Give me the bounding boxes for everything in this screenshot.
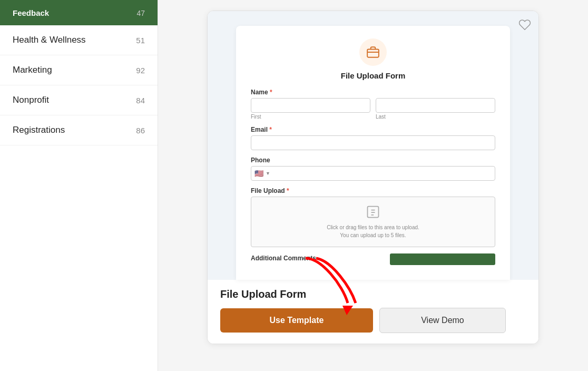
sidebar-top-item[interactable]: Feedback 47 — [0, 0, 158, 25]
file-upload-area[interactable]: Click or drag files to this area to uplo… — [251, 197, 495, 247]
form-icon-circle — [359, 38, 387, 66]
card-bottom: File Upload Form Use Template View Demo — [208, 280, 538, 344]
sidebar-top-count: 47 — [136, 9, 145, 17]
use-template-button[interactable]: Use Template — [220, 308, 373, 333]
sidebar-item-registrations[interactable]: Registrations 86 — [0, 115, 158, 145]
email-input[interactable] — [251, 135, 495, 150]
last-label: Last — [376, 114, 495, 120]
first-label: First — [251, 114, 370, 120]
form-field-phone: Phone 🇺🇸 ▼ — [251, 157, 495, 181]
sidebar-item-nonprofit-count: 84 — [136, 96, 145, 105]
svg-rect-3 — [368, 207, 379, 218]
green-bar — [390, 253, 495, 265]
upload-text-2: You can upload up to 5 files. — [340, 231, 406, 239]
form-label-phone: Phone — [251, 157, 495, 164]
template-card: File Upload Form Name * First Last — [207, 11, 539, 344]
sidebar-item-health-wellness-label: Health & Wellness — [13, 35, 86, 45]
template-name: File Upload Form — [220, 288, 526, 300]
form-preview-title: File Upload Form — [251, 71, 495, 80]
sidebar-item-health-wellness-count: 51 — [136, 36, 145, 45]
form-field-name: Name * First Last — [251, 89, 495, 120]
flag-icon: 🇺🇸 — [254, 169, 263, 178]
sidebar-item-marketing-label: Marketing — [13, 65, 52, 75]
sidebar-item-marketing-count: 92 — [136, 66, 145, 75]
upload-text-1: Click or drag files to this area to uplo… — [327, 223, 419, 231]
sidebar-item-registrations-label: Registrations — [13, 125, 65, 135]
form-label-upload: File Upload * — [251, 187, 495, 194]
favorite-button[interactable] — [518, 18, 531, 33]
phone-dropdown-caret: ▼ — [266, 171, 270, 176]
name-last-input[interactable] — [376, 98, 495, 113]
form-col-first: First — [251, 98, 370, 120]
form-label-email: Email * — [251, 126, 495, 133]
svg-rect-0 — [367, 50, 379, 57]
view-demo-button[interactable]: View Demo — [379, 308, 506, 333]
sidebar-top-label: Feedback — [13, 8, 49, 17]
sidebar-item-health-wellness[interactable]: Health & Wellness 51 — [0, 25, 158, 55]
form-double-name: First Last — [251, 98, 495, 120]
phone-input[interactable]: 🇺🇸 ▼ — [251, 166, 495, 181]
sidebar-item-marketing[interactable]: Marketing 92 — [0, 55, 158, 85]
form-label-name: Name * — [251, 89, 495, 96]
sidebar-item-nonprofit[interactable]: Nonprofit 84 — [0, 85, 158, 115]
form-field-upload: File Upload * Click or drag files to thi… — [251, 187, 495, 247]
main-content: File Upload Form Name * First Last — [158, 0, 588, 371]
form-icon-wrap — [251, 38, 495, 66]
card-actions: Use Template View Demo — [220, 308, 526, 333]
name-first-input[interactable] — [251, 98, 370, 113]
form-inner: File Upload Form Name * First Last — [236, 26, 510, 280]
required-indicator-upload: * — [287, 187, 289, 194]
form-field-email: Email * — [251, 126, 495, 150]
upload-icon — [366, 204, 380, 221]
sidebar: Feedback 47 Health & Wellness 51 Marketi… — [0, 0, 158, 371]
sidebar-item-nonprofit-label: Nonprofit — [13, 95, 49, 105]
sidebar-item-registrations-count: 86 — [136, 126, 145, 135]
form-col-last: Last — [376, 98, 495, 120]
form-label-comments: Additional Comments — [251, 255, 316, 262]
required-indicator-email: * — [269, 126, 272, 133]
form-field-comments: Additional Comments — [251, 253, 495, 265]
briefcase-icon — [366, 45, 380, 59]
required-indicator: * — [270, 89, 272, 96]
form-preview: File Upload Form Name * First Last — [208, 11, 538, 280]
